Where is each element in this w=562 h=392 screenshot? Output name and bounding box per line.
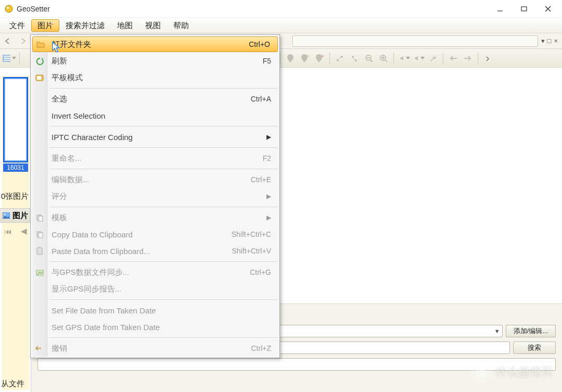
menu-item-19: 显示GPS同步报告... [32,281,278,297]
picture-icon [2,211,10,220]
zoom-out-icon[interactable] [362,52,376,65]
app-icon [4,4,14,14]
nav-back-button[interactable] [1,35,15,47]
menu-item-label: 模板 [52,213,262,223]
preview-first-icon[interactable]: ⏮ [4,227,12,236]
zoom-in-icon[interactable] [377,52,390,65]
image-count-label: 0张图片 [1,192,29,201]
menu-separator [49,261,277,262]
pin-remove-icon[interactable]: × [313,52,326,65]
svg-rect-31 [38,247,41,248]
menu-separator [49,88,277,88]
menu-item-label: Paste Data from Clipboard... [52,247,232,256]
svg-point-1 [7,7,9,9]
wrench-icon[interactable] [426,52,440,65]
menu-item-21: Set File Date from Taken Date [32,302,278,319]
view-mode-button[interactable] [3,52,16,65]
menu-separator [49,169,277,169]
image-menu-dropdown: 打开文件夹Ctrl+O刷新F5平板模式全选Ctrl+AInvert Select… [30,34,280,358]
menu-item-shortcut: F2 [263,154,271,162]
menu-item-shortcut: Shift+Ctrl+V [232,247,271,255]
preview-prev-icon[interactable]: ◀ [21,226,27,236]
menu-search-filter[interactable]: 搜索并过滤 [59,18,111,33]
watermark-text: 什么值得买 [495,364,553,380]
menu-item-shortcut: Ctrl+G [250,268,271,276]
menu-view[interactable]: 视图 [139,18,167,33]
tracks-icon[interactable] [333,52,347,65]
refresh-icon [35,56,44,66]
copy-icon [35,213,44,222]
pin-add-icon[interactable]: + [298,52,312,65]
sync-gps-icon [35,268,44,277]
svg-text:+: + [307,54,309,58]
svg-rect-29 [39,233,43,238]
menu-item-1[interactable]: 刷新F5 [32,53,278,69]
arrow-right-icon[interactable] [461,52,475,65]
menu-item-4[interactable]: 全选Ctrl+A [32,91,278,107]
menu-item-shortcut: F5 [263,57,271,65]
menu-bar: 文件 图片 搜索并过滤 地图 视图 帮助 [0,18,562,33]
menu-item-11: 编辑数据...Ctrl+E [32,171,278,188]
play-back-icon[interactable] [397,52,411,65]
window-controls [488,1,560,17]
panel-title-text: 图片 [12,211,28,221]
menu-item-label: 与GPS数据文件同步... [52,268,250,277]
menu-item-label: 平板模式 [52,73,271,83]
close-button[interactable] [536,1,560,17]
menu-image[interactable]: 图片 [31,19,59,32]
menu-item-label: Copy Data to Clipboard [52,230,232,239]
svg-point-0 [5,5,12,12]
image-preview-panel-header[interactable]: 图片 [0,208,31,223]
svg-rect-30 [37,248,42,255]
menu-item-12: 评分▶ [32,188,278,205]
title-bar: GeoSetter [0,0,562,18]
menu-item-label: 编辑数据... [52,175,251,185]
pin-icon[interactable] [284,52,297,65]
menu-separator [49,126,277,127]
menu-map[interactable]: 地图 [111,18,139,33]
search-button[interactable]: 搜索 [513,342,556,354]
menu-item-label: 评分 [52,192,262,201]
svg-rect-27 [39,216,43,221]
address-dropdown-icon[interactable]: ▾ [541,37,545,45]
tablet-icon [35,73,44,82]
address-bar[interactable] [292,35,538,47]
menu-item-5[interactable]: Invert Selection [32,107,278,124]
minimize-button[interactable] [488,1,512,17]
menu-item-16: Paste Data from Clipboard...Shift+Ctrl+V [32,243,278,259]
menu-separator [49,147,277,148]
copy-icon [35,230,44,239]
menu-file[interactable]: 文件 [3,18,31,33]
menu-separator [49,337,277,338]
maximize-button[interactable] [512,1,536,17]
menu-separator [49,207,277,207]
arrow-left-icon[interactable] [446,52,460,65]
menu-item-7[interactable]: IPTC Character Coding▶ [32,129,278,145]
nav-forward-button[interactable] [17,35,30,47]
address-close-icon[interactable]: × [554,37,558,45]
thumbnail-label: 16031 [3,163,28,172]
menu-help[interactable]: 帮助 [167,18,195,33]
menu-item-24: 撤销Ctrl+Z [32,340,278,357]
menu-item-14: 模板▶ [32,209,278,226]
menu-item-2[interactable]: 平板模式 [32,69,278,86]
toolbar-more-icon[interactable] [481,52,495,65]
play-back-2-icon[interactable] [412,52,425,65]
menu-item-label: IPTC Character Coding [52,133,262,142]
svg-rect-25 [37,76,41,80]
svg-text:×: × [322,54,324,58]
svg-rect-6 [3,55,10,61]
menu-item-18: 与GPS数据文件同步...Ctrl+G [32,264,278,281]
menu-item-label: Set File Date from Taken Date [52,306,271,315]
menu-item-0[interactable]: 打开文件夹Ctrl+O [32,36,278,52]
menu-item-9: 重命名...F2 [32,150,278,167]
menu-item-shortcut: Ctrl+Z [251,344,272,352]
menu-item-label: Invert Selection [52,111,271,120]
tracks-alt-icon[interactable] [348,52,361,65]
undo-icon [35,344,44,353]
thumbnail-item[interactable] [4,78,27,161]
menu-item-15: Copy Data to ClipboardShift+Ctrl+C [32,226,278,243]
menu-item-label: 撤销 [52,344,251,353]
address-maximize-icon[interactable]: □ [547,37,552,45]
add-edit-button[interactable]: 添加/编辑... [506,325,556,337]
